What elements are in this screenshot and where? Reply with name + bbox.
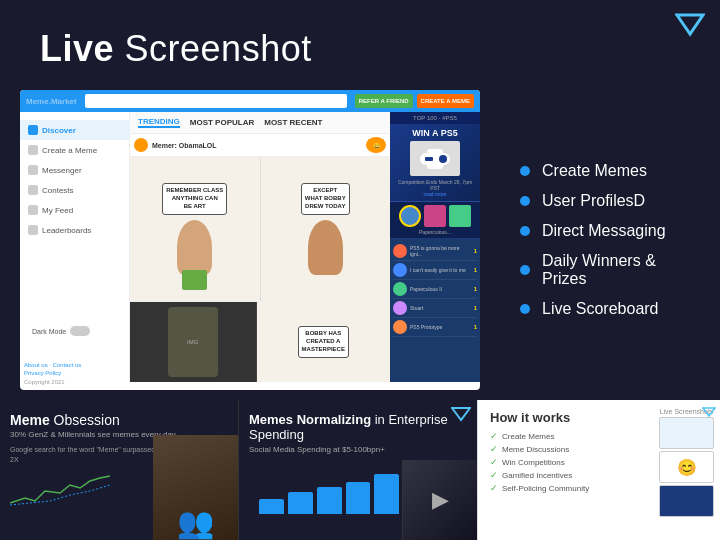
- comic-panel-3: BOBBY HASCREATED AMASTERPIECE: [257, 302, 391, 382]
- bar-5: [374, 474, 399, 514]
- tab-most-popular[interactable]: MOST POPULAR: [190, 118, 254, 127]
- live-screenshots-mini: Live Screenshots 😊: [659, 408, 714, 517]
- feature-item-4: Daily Winners & Prizes: [520, 252, 680, 288]
- header-section: Live Screenshot: [0, 0, 720, 90]
- score-avatar-5: [393, 320, 407, 334]
- feature-bullet-1: [520, 166, 530, 176]
- tab-trending[interactable]: TRENDING: [138, 117, 180, 128]
- sidebar-item-leaderboards[interactable]: Leaderboards: [20, 220, 129, 240]
- feature-bullet-4: [520, 265, 530, 275]
- svg-point-3: [439, 155, 447, 163]
- video-thumbnail: ▶: [402, 460, 477, 540]
- bar-3: [317, 487, 342, 515]
- post-avatar: [134, 138, 148, 152]
- page-title: Live Screenshot: [40, 28, 312, 70]
- score-avatar-4: [393, 301, 407, 315]
- obsession-title: Meme Obsession: [10, 412, 228, 428]
- ps5-date: Competition Ends March 26, 7pm PST: [394, 179, 476, 191]
- contest-thumb-3: [449, 205, 471, 227]
- tab-most-recent[interactable]: MOST RECENT: [264, 118, 322, 127]
- score-item-4: Stuart 1: [393, 299, 477, 318]
- speech-bubble-1: REMEMBER CLASSANYTHING CANBE ART: [162, 183, 227, 214]
- trending-bar: TRENDING MOST POPULAR MOST RECENT: [130, 112, 390, 134]
- sidebar-item-messenger[interactable]: Messenger: [20, 160, 129, 180]
- features-list: Create Memes User ProfilesD Direct Messa…: [500, 90, 700, 390]
- brand-logo: [675, 12, 705, 41]
- contest-section: Paperculous...: [390, 202, 480, 239]
- panel-meme-obsession: Meme Obsession 30% GenZ & Millennials se…: [0, 400, 238, 540]
- second-meme-row: IMG BOBBY HASCREATED AMASTERPIECE: [130, 302, 390, 382]
- check-icon-5: ✓: [490, 483, 498, 493]
- feature-label-5: Live Scoreboard: [542, 300, 659, 318]
- score-item-5: PS5 Prototype 1: [393, 318, 477, 337]
- how-feature-label-1: Create Memes: [502, 432, 554, 441]
- normalizing-subtitle: Social Media Spending at $5-100bpn+: [249, 445, 467, 454]
- feature-label-4: Daily Winners & Prizes: [542, 252, 680, 288]
- mock-refer-btn[interactable]: REFER A FRIEND: [355, 94, 413, 108]
- figure-1: [177, 220, 212, 275]
- feature-bullet-2: [520, 196, 530, 206]
- check-icon-2: ✓: [490, 444, 498, 454]
- mockup-main-area: TRENDING MOST POPULAR MOST RECENT Memer:…: [130, 112, 390, 382]
- dark-mode-toggle[interactable]: Dark Mode: [24, 322, 98, 340]
- feature-bullet-3: [520, 226, 530, 236]
- bar-1: [259, 499, 284, 514]
- ps5-top-banner: TOP 100 - #PS5: [390, 112, 480, 124]
- svg-marker-0: [677, 15, 703, 34]
- panel-how-it-works: How it works ✓ Create Memes ✓ Meme Discu…: [477, 400, 720, 540]
- sidebar-item-create[interactable]: Create a Meme: [20, 140, 129, 160]
- feature-item-5: Live Scoreboard: [520, 300, 680, 318]
- panel3-logo: [702, 404, 716, 422]
- comic-panel-2: EXCEPTWHAT BOBBYDREW TODAY: [261, 157, 391, 301]
- speech-bubble-2: EXCEPTWHAT BOBBYDREW TODAY: [301, 183, 350, 214]
- scoreboard: PS5 is gonna be more igni... 1 I can't e…: [390, 239, 480, 382]
- score-avatar-2: [393, 263, 407, 277]
- sidebar-item-myfeed[interactable]: My Feed: [20, 200, 129, 220]
- mock-footer: About us · Contact us Privacy Policy Cop…: [24, 361, 81, 386]
- bar-4: [346, 482, 371, 515]
- paperculous-label: Paperculous...: [393, 229, 477, 235]
- ps5-read-more[interactable]: read more: [394, 191, 476, 197]
- mini-screenshot-3: [659, 485, 714, 517]
- check-icon-1: ✓: [490, 431, 498, 441]
- svg-marker-5: [452, 408, 470, 420]
- mock-logo: Meme.Market: [26, 97, 77, 106]
- ps5-panel: TOP 100 - #PS5 WIN A PS5 Competition End…: [390, 112, 480, 382]
- svg-rect-4: [425, 157, 433, 161]
- mock-search-bar[interactable]: [85, 94, 347, 108]
- score-avatar-1: [393, 244, 407, 258]
- ps5-banner: WIN A PS5 Competition Ends March 26, 7pm…: [390, 124, 480, 202]
- speech-bubble-3: BOBBY HASCREATED AMASTERPIECE: [298, 326, 349, 357]
- normalizing-title: Memes Normalizing in Enterprise Spending: [249, 412, 467, 442]
- how-feature-label-5: Self-Policing Community: [502, 484, 589, 493]
- ps5-top-label: TOP 100 - #PS5: [393, 115, 477, 121]
- svg-marker-6: [703, 408, 715, 416]
- feature-label-1: Create Memes: [542, 162, 647, 180]
- check-icon-4: ✓: [490, 470, 498, 480]
- post-username: Memer: ObamaLOL: [152, 142, 217, 149]
- check-icon-3: ✓: [490, 457, 498, 467]
- score-avatar-3: [393, 282, 407, 296]
- sidebar-item-contests[interactable]: Contests: [20, 180, 129, 200]
- mockup-header-bar: Meme.Market REFER A FRIEND CREATE A MEME: [20, 90, 480, 112]
- mock-create-btn[interactable]: CREATE A MEME: [417, 94, 474, 108]
- how-feature-label-2: Meme Discussions: [502, 445, 569, 454]
- screenshot-mockup: Meme.Market REFER A FRIEND CREATE A MEME…: [20, 90, 480, 390]
- feature-bullet-5: [520, 304, 530, 314]
- mini-screenshot-2: 😊: [659, 451, 714, 483]
- panel2-logo: [451, 406, 471, 426]
- post-header: Memer: ObamaLOL 😀: [130, 134, 390, 157]
- comic-panel-1: REMEMBER CLASSANYTHING CANBE ART: [130, 157, 261, 301]
- ps5-image: [410, 141, 460, 176]
- ps5-title: WIN A PS5: [394, 128, 476, 138]
- feature-label-2: User ProfilesD: [542, 192, 645, 210]
- mockup-inner: Discover Create a Meme Messenger Contest…: [20, 112, 480, 382]
- contest-thumb-2: [424, 205, 446, 227]
- figure-2: [308, 220, 343, 275]
- sidebar-item-discover[interactable]: Discover: [20, 120, 129, 140]
- emoji-icon: 😀: [366, 137, 386, 153]
- people-image: 👥: [153, 435, 238, 540]
- score-item-3: Paperculous II 1: [393, 280, 477, 299]
- feature-label-3: Direct Messaging: [542, 222, 666, 240]
- bar-2: [288, 492, 313, 515]
